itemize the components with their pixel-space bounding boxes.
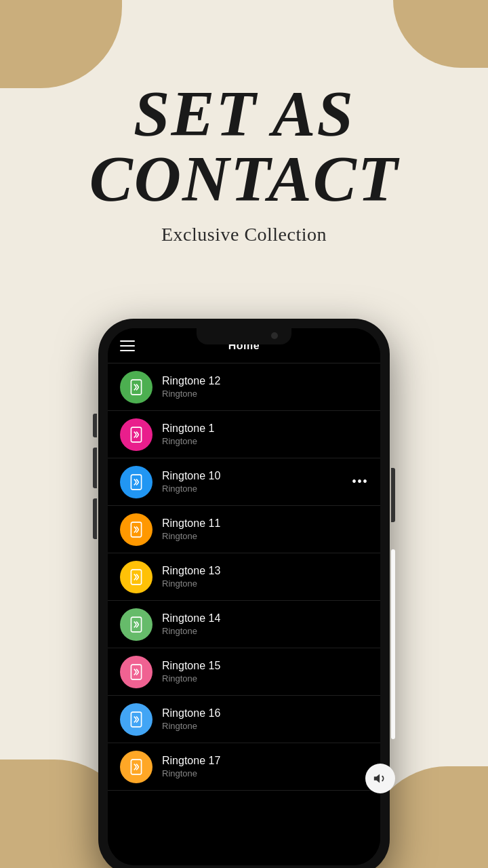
ringtone-name: Ringtone 11 (162, 517, 368, 530)
side-button-volume-down (93, 498, 97, 539)
ringtone-type: Ringtone (162, 768, 368, 778)
list-item[interactable]: Ringtone 15 Ringtone (108, 648, 380, 696)
ringtone-type: Ringtone (162, 389, 368, 399)
corner-decoration-top-right (393, 0, 488, 68)
ringtone-info: Ringtone 1 Ringtone (162, 422, 368, 446)
phone-screen: Home Ringtone 12 Ringtone (108, 328, 380, 865)
ringtone-icon (120, 466, 152, 498)
main-title: SET AS CONTACT (0, 81, 488, 212)
ringtone-type: Ringtone (162, 484, 352, 494)
ringtone-name: Ringtone 1 (162, 422, 368, 435)
hamburger-icon[interactable] (120, 340, 135, 351)
ringtone-icon (120, 656, 152, 688)
ringtone-info: Ringtone 13 Ringtone (162, 565, 368, 589)
ringtone-info: Ringtone 10 Ringtone (162, 470, 352, 494)
ringtone-name: Ringtone 12 (162, 375, 368, 387)
ringtone-type: Ringtone (162, 673, 368, 684)
ringtone-icon (120, 608, 152, 641)
svg-marker-0 (374, 774, 380, 783)
scrollbar-track[interactable] (391, 549, 395, 739)
list-item[interactable]: Ringtone 13 Ringtone (108, 553, 380, 601)
ringtone-type: Ringtone (162, 721, 368, 731)
side-button-power (391, 468, 395, 522)
list-item[interactable]: Ringtone 17 Ringtone (108, 743, 380, 791)
ringtone-icon (120, 371, 152, 403)
ringtone-name: Ringtone 15 (162, 660, 368, 672)
ringtone-icon (120, 418, 152, 451)
ringtone-info: Ringtone 11 Ringtone (162, 517, 368, 541)
ringtone-info: Ringtone 16 Ringtone (162, 707, 368, 731)
list-item[interactable]: Ringtone 14 Ringtone (108, 601, 380, 648)
ringtone-name: Ringtone 13 (162, 565, 368, 577)
side-button-volume-up (93, 448, 97, 488)
corner-decoration-top-left (0, 0, 122, 88)
phone-mockup: Home Ringtone 12 Ringtone (98, 319, 390, 868)
list-item[interactable]: Ringtone 1 Ringtone (108, 411, 380, 458)
volume-badge (365, 764, 395, 793)
ringtone-type: Ringtone (162, 626, 368, 636)
ringtone-list[interactable]: Ringtone 12 Ringtone Ringtone 1 (108, 363, 380, 865)
subtitle: Exclusive Collection (0, 224, 488, 245)
phone-outer: Home Ringtone 12 Ringtone (98, 319, 390, 868)
ringtone-info: Ringtone 14 Ringtone (162, 612, 368, 636)
phone-notch (197, 327, 291, 344)
ringtone-type: Ringtone (162, 436, 368, 446)
list-item[interactable]: Ringtone 16 Ringtone (108, 696, 380, 743)
ringtone-info: Ringtone 12 Ringtone (162, 375, 368, 399)
side-button-mute (93, 414, 97, 437)
ringtone-name: Ringtone 16 (162, 707, 368, 719)
ringtone-type: Ringtone (162, 578, 368, 589)
list-item[interactable]: Ringtone 10 Ringtone ••• (108, 458, 380, 506)
ringtone-info: Ringtone 15 Ringtone (162, 660, 368, 684)
ringtone-icon (120, 703, 152, 736)
list-item[interactable]: Ringtone 12 Ringtone (108, 363, 380, 411)
header-section: SET AS CONTACT Exclusive Collection (0, 81, 488, 245)
more-options-icon[interactable]: ••• (352, 474, 368, 490)
ringtone-info: Ringtone 17 Ringtone (162, 755, 368, 778)
ringtone-name: Ringtone 17 (162, 755, 368, 767)
ringtone-icon (120, 751, 152, 783)
ringtone-type: Ringtone (162, 531, 368, 541)
ringtone-icon (120, 513, 152, 546)
ringtone-name: Ringtone 10 (162, 470, 352, 482)
ringtone-icon (120, 561, 152, 593)
list-item[interactable]: Ringtone 11 Ringtone (108, 506, 380, 553)
ringtone-name: Ringtone 14 (162, 612, 368, 625)
